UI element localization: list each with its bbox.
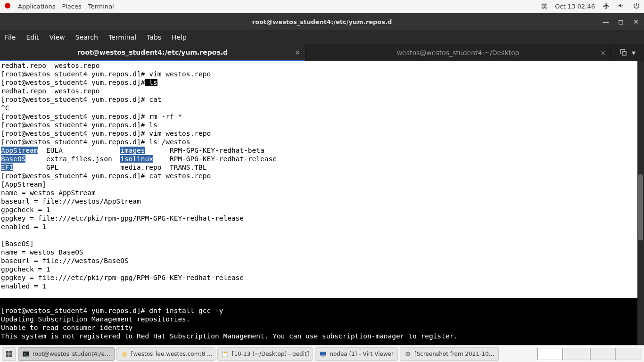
menu-file[interactable]: File xyxy=(5,33,16,41)
tab-westos-desktop[interactable]: westos@westos_student4:~/Desktop × xyxy=(305,44,611,61)
menu-bar: File Edit View Search Terminal Tabs Help xyxy=(0,30,644,44)
task-label: root@westos_student4:/e… xyxy=(33,351,110,357)
applications-menu[interactable]: Applications xyxy=(18,3,55,10)
task-egg[interactable]: [westos_lee.westos.com:8 … xyxy=(116,347,215,361)
menu-search[interactable]: Search xyxy=(75,33,98,41)
tab-dropdown-icon[interactable]: ▼ xyxy=(632,50,636,56)
menu-help[interactable]: Help xyxy=(172,33,187,41)
svg-rect-3 xyxy=(6,354,8,356)
dir-appstream: AppStream xyxy=(1,147,38,154)
volume-icon[interactable] xyxy=(618,2,625,11)
svg-rect-8 xyxy=(223,351,227,357)
workspace-2[interactable] xyxy=(564,348,589,360)
task-terminal[interactable]: >_ root@westos_student4:/e… xyxy=(18,347,115,361)
menu-edit[interactable]: Edit xyxy=(26,33,39,41)
workspace-4[interactable] xyxy=(617,348,642,360)
tab-overflow-controls: ▼ xyxy=(611,44,644,61)
maximize-button[interactable]: ◻ xyxy=(616,16,626,27)
menu-tabs[interactable]: Tabs xyxy=(147,33,161,41)
redhat-logo-icon xyxy=(4,2,11,11)
svg-rect-9 xyxy=(223,352,227,353)
svg-rect-11 xyxy=(322,356,324,356)
power-icon[interactable] xyxy=(633,2,640,11)
workspace-switcher[interactable] xyxy=(537,348,642,360)
task-label: [westos_lee.westos.com:8 … xyxy=(131,351,213,357)
gnome-bottom-panel: >_ root@westos_student4:/e… [westos_lee.… xyxy=(0,345,644,362)
menu-terminal[interactable]: Terminal xyxy=(108,33,136,41)
window-titlebar[interactable]: root@westos_student4:/etc/yum.repos.d — … xyxy=(0,13,644,30)
task-screenshot[interactable]: [Screenshot from 2021-10… xyxy=(400,347,499,361)
task-virt-viewer[interactable]: nodea (1) - Virt Viewer xyxy=(315,347,398,361)
svg-rect-4 xyxy=(9,354,12,356)
dir-images: images xyxy=(120,147,145,154)
svg-point-7 xyxy=(122,351,126,357)
terminal-window: root@westos_student4:/etc/yum.repos.d — … xyxy=(0,13,644,345)
task-label: [Screenshot from 2021-10… xyxy=(414,351,495,357)
workspace-3[interactable] xyxy=(590,348,616,360)
svg-rect-2 xyxy=(9,351,12,354)
show-desktop-button[interactable] xyxy=(2,347,16,361)
menu-view[interactable]: View xyxy=(50,33,65,41)
window-title: root@westos_student4:/etc/yum.repos.d xyxy=(252,18,392,25)
tab-close-icon[interactable]: × xyxy=(600,49,606,57)
tab-close-icon[interactable]: × xyxy=(295,49,300,56)
tab-label: westos@westos_student4:~/Desktop xyxy=(397,49,520,57)
svg-text:>_: >_ xyxy=(24,352,28,356)
terminal-cursor-prev: ls xyxy=(145,79,157,86)
tab-bar: root@westos_student4:/etc/yum.repos.d × … xyxy=(0,44,644,61)
tab-label: root@westos_student4:/etc/yum.repos.d xyxy=(77,49,228,56)
terminal-viewport[interactable]: redhat.repo westos.repo [root@westos_stu… xyxy=(0,61,644,345)
clock[interactable]: Oct 13 02:46 xyxy=(555,3,595,10)
airplane-mode-icon[interactable] xyxy=(603,2,610,11)
task-label: [10-13 (~/Desktop) - gedit] xyxy=(232,351,309,357)
svg-rect-1 xyxy=(6,351,8,354)
close-button[interactable]: ✕ xyxy=(631,16,641,27)
svg-point-13 xyxy=(407,353,409,354)
workspace-1[interactable] xyxy=(537,348,563,360)
input-method-indicator[interactable]: 英 xyxy=(541,2,547,11)
dir-isolinux: isolinux xyxy=(120,155,153,163)
tab-root-yumreposd[interactable]: root@westos_student4:/etc/yum.repos.d × xyxy=(0,44,305,61)
dir-efi: EFI xyxy=(1,164,13,171)
task-label: nodea (1) - Virt Viewer xyxy=(330,351,394,357)
terminal-scrollbar[interactable] xyxy=(637,61,644,345)
scrollbar-thumb[interactable] xyxy=(638,174,643,240)
terminal-output-lower: [root@westos_student4 yum.repos.d]# dnf … xyxy=(1,298,637,340)
places-menu[interactable]: Places xyxy=(62,3,81,10)
gnome-top-panel: Applications Places Terminal 英 Oct 13 02… xyxy=(0,0,644,13)
svg-rect-10 xyxy=(320,352,326,355)
task-gedit[interactable]: [10-13 (~/Desktop) - gedit] xyxy=(217,347,314,361)
minimize-button[interactable]: — xyxy=(601,16,611,27)
tab-send-to-icon[interactable] xyxy=(619,49,627,58)
svg-point-0 xyxy=(5,3,10,8)
dir-baseos: BaseOS xyxy=(1,155,25,163)
terminal-output-highlighted: redhat.repo westos.repo [root@westos_stu… xyxy=(0,61,637,298)
terminal-menu-launcher[interactable]: Terminal xyxy=(88,3,114,10)
